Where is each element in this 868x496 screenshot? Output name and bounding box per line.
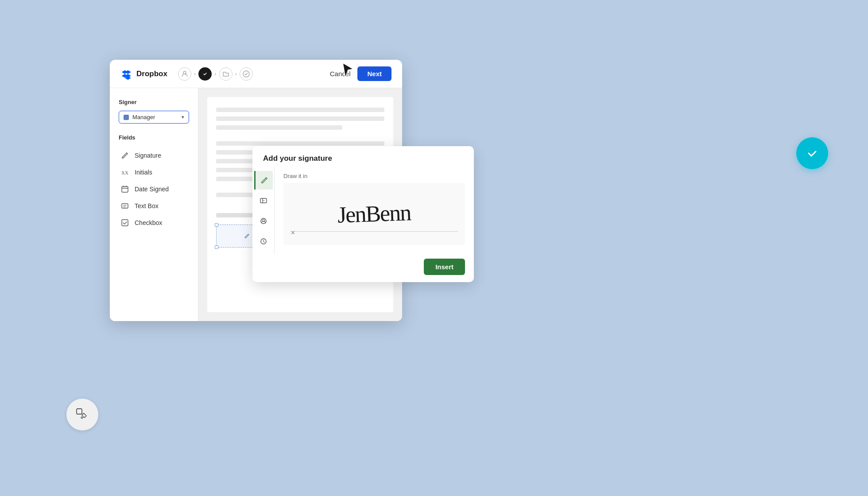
initials-field-label: Initials xyxy=(135,169,152,176)
insert-button[interactable]: Insert xyxy=(424,259,465,275)
svg-point-0 xyxy=(183,71,186,74)
initials-icon: XX xyxy=(120,168,129,177)
signer-dropdown[interactable]: Manager ▾ xyxy=(119,111,189,124)
chevron-down-icon: ▾ xyxy=(182,114,184,120)
tab-type[interactable] xyxy=(254,191,273,210)
doc-line-4 xyxy=(216,141,384,146)
signature-panel-title: Add your signature xyxy=(252,146,474,167)
sidebar: Signer Manager ▾ Fields Signature xyxy=(110,88,198,321)
doc-line-2 xyxy=(216,116,384,121)
field-item-signature[interactable]: Signature xyxy=(119,147,189,164)
dropbox-logo-text: Dropbox xyxy=(136,70,167,78)
signer-color-indicator xyxy=(124,115,129,120)
tab-history[interactable] xyxy=(254,232,273,251)
step-1-icon xyxy=(178,67,191,81)
field-item-text-box[interactable]: Text Box xyxy=(119,198,189,214)
signature-panel-footer: Insert xyxy=(252,254,474,282)
signature-panel-content: Draw it in JenBenn ✕ xyxy=(275,167,474,254)
svg-point-11 xyxy=(805,146,820,161)
header-actions: Cancel Next xyxy=(330,66,391,81)
field-item-date-signed[interactable]: Date Signed xyxy=(119,181,189,198)
svg-text:XX: XX xyxy=(121,170,128,175)
text-box-icon xyxy=(120,202,129,210)
signature-x-mark: ✕ xyxy=(291,229,295,236)
signature-baseline xyxy=(291,231,458,232)
field-item-checkbox[interactable]: Checkbox xyxy=(119,214,189,231)
signature-tabs xyxy=(252,167,275,254)
text-box-field-label: Text Box xyxy=(135,202,159,209)
success-badge xyxy=(796,137,828,169)
dropbox-icon xyxy=(120,68,133,80)
tab-upload[interactable] xyxy=(254,212,273,230)
signature-panel: Add your signature xyxy=(252,146,474,282)
handle-bottom-left[interactable] xyxy=(215,245,218,249)
svg-rect-6 xyxy=(122,220,128,226)
step-3-icon xyxy=(219,67,232,81)
success-check-icon xyxy=(804,145,820,161)
field-item-initials[interactable]: XX Initials xyxy=(119,164,189,181)
doc-line-3 xyxy=(216,125,342,130)
signature-field-label: Signature xyxy=(135,152,161,159)
modal-header: Dropbox › › xyxy=(110,60,402,88)
arrow-1: › xyxy=(194,70,196,77)
doc-line-1 xyxy=(216,108,384,112)
signature-canvas[interactable]: JenBenn ✕ xyxy=(283,183,465,245)
signer-name-text: Manager xyxy=(132,114,178,120)
header-steps: › › › xyxy=(178,67,325,81)
signature-icon xyxy=(120,151,129,160)
checkbox-field-label: Checkbox xyxy=(135,219,162,226)
handle-top-left[interactable] xyxy=(215,223,218,227)
signer-section-label: Signer xyxy=(119,99,189,105)
step-4-icon xyxy=(240,67,253,81)
sig-edit-icon xyxy=(244,232,251,240)
fields-label: Fields xyxy=(119,134,189,141)
cursor-tool-icon xyxy=(75,407,90,422)
svg-rect-4 xyxy=(122,186,128,192)
draw-label: Draw it in xyxy=(283,173,465,179)
arrow-2: › xyxy=(214,70,216,77)
sig-field-inner xyxy=(244,232,251,240)
next-button[interactable]: Next xyxy=(357,66,391,81)
date-signed-icon xyxy=(120,185,129,194)
cursor-badge xyxy=(66,399,98,430)
svg-point-8 xyxy=(261,218,266,224)
signature-drawing: JenBenn xyxy=(337,201,411,227)
dropbox-logo: Dropbox xyxy=(120,68,167,80)
svg-rect-5 xyxy=(122,204,128,208)
checkbox-icon xyxy=(120,218,129,227)
signature-panel-body: Draw it in JenBenn ✕ xyxy=(252,167,474,254)
tab-draw[interactable] xyxy=(254,171,273,190)
arrow-3: › xyxy=(235,70,237,77)
svg-rect-12 xyxy=(77,409,82,414)
date-signed-field-label: Date Signed xyxy=(135,186,169,193)
step-2-icon xyxy=(198,67,212,81)
cancel-button[interactable]: Cancel xyxy=(330,70,351,78)
